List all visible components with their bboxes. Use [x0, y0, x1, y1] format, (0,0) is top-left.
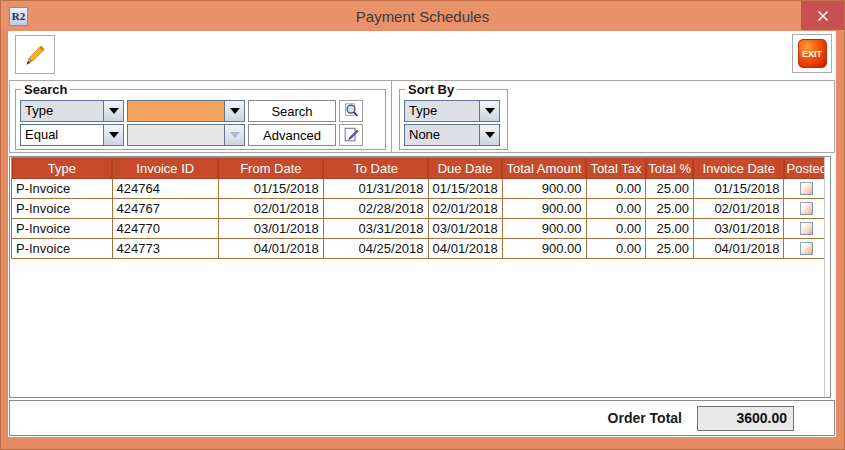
table-cell[interactable]: 25.00: [646, 239, 694, 259]
sortby-group: Sort By Type None: [399, 82, 508, 150]
table-cell[interactable]: 04/01/2018: [428, 239, 502, 259]
table-cell[interactable]: 01/15/2018: [428, 179, 502, 199]
posted-cell[interactable]: [784, 179, 830, 199]
table-cell[interactable]: 25.00: [646, 179, 694, 199]
table-cell[interactable]: 900.00: [502, 239, 586, 259]
titlebar: R2 Payment Schedules: [1, 1, 844, 31]
advanced-button[interactable]: Advanced: [248, 124, 336, 146]
chevron-down-icon[interactable]: [103, 101, 123, 121]
table-cell[interactable]: P-Invoice: [12, 219, 113, 239]
chevron-down-icon[interactable]: [224, 101, 244, 121]
chevron-down-icon[interactable]: [479, 101, 499, 121]
search-operand-value: [128, 125, 224, 145]
posted-checkbox[interactable]: [800, 182, 813, 195]
table-cell[interactable]: 01/31/2018: [323, 179, 428, 199]
table-cell[interactable]: 900.00: [502, 179, 586, 199]
column-header[interactable]: Total Amount: [502, 158, 586, 179]
table-cell[interactable]: 02/28/2018: [323, 199, 428, 219]
posted-checkbox[interactable]: [800, 222, 813, 235]
column-header[interactable]: Posted: [784, 158, 830, 179]
table-cell[interactable]: 03/01/2018: [428, 219, 502, 239]
table-cell[interactable]: 25.00: [646, 219, 694, 239]
table-cell[interactable]: 0.00: [586, 199, 646, 219]
payment-schedule-table-container: TypeInvoice IDFrom DateTo DateDue DateTo…: [9, 156, 831, 398]
document-pen-icon: [342, 126, 360, 144]
sortby-group-label: Sort By: [405, 82, 457, 97]
table-cell[interactable]: 01/15/2018: [693, 179, 783, 199]
chevron-down-icon[interactable]: [479, 125, 499, 145]
table-header-row: TypeInvoice IDFrom DateTo DateDue DateTo…: [12, 158, 830, 179]
table-cell[interactable]: P-Invoice: [12, 199, 113, 219]
close-icon: [817, 10, 829, 22]
sort-secondary-value: None: [405, 125, 479, 145]
posted-cell[interactable]: [784, 199, 830, 219]
table-cell[interactable]: 02/01/2018: [218, 199, 323, 219]
exit-button[interactable]: EXIT: [792, 34, 832, 73]
column-header[interactable]: Total Tax: [586, 158, 646, 179]
table-cell[interactable]: 04/25/2018: [323, 239, 428, 259]
posted-cell[interactable]: [784, 239, 830, 259]
sort-primary-value: Type: [405, 101, 479, 121]
table-cell[interactable]: 25.00: [646, 199, 694, 219]
table-cell[interactable]: 900.00: [502, 199, 586, 219]
payment-schedule-table: TypeInvoice IDFrom DateTo DateDue DateTo…: [11, 157, 830, 259]
sort-secondary-combobox[interactable]: None: [404, 124, 500, 146]
table-scrollbar[interactable]: [824, 157, 830, 397]
window-content: EXIT Search Type Search: [8, 31, 836, 437]
toolbar: EXIT: [8, 31, 836, 79]
table-cell[interactable]: P-Invoice: [12, 239, 113, 259]
sort-primary-combobox[interactable]: Type: [404, 100, 500, 122]
table-row[interactable]: P-Invoice42477003/01/201803/31/201803/01…: [12, 219, 830, 239]
search-group: Search Type Search: [15, 82, 386, 150]
search-group-label: Search: [21, 82, 70, 97]
table-cell[interactable]: 03/01/2018: [693, 219, 783, 239]
column-header[interactable]: Due Date: [428, 158, 502, 179]
table-row[interactable]: P-Invoice42476702/01/201802/28/201802/01…: [12, 199, 830, 219]
search-field-combobox[interactable]: Type: [20, 100, 124, 122]
search-field-value: Type: [21, 101, 103, 121]
posted-checkbox[interactable]: [800, 202, 813, 215]
table-cell[interactable]: 424767: [112, 199, 218, 219]
panel-divider: [391, 81, 392, 152]
magnifier-icon: [342, 102, 360, 120]
posted-checkbox[interactable]: [800, 242, 813, 255]
table-row[interactable]: P-Invoice42477304/01/201804/25/201804/01…: [12, 239, 830, 259]
table-cell[interactable]: 424764: [112, 179, 218, 199]
column-header[interactable]: To Date: [323, 158, 428, 179]
table-cell[interactable]: 02/01/2018: [428, 199, 502, 219]
close-button[interactable]: [801, 1, 844, 30]
search-icon-button[interactable]: [339, 100, 363, 122]
table-cell[interactable]: 03/31/2018: [323, 219, 428, 239]
search-value-field[interactable]: [128, 101, 224, 121]
table-row[interactable]: P-Invoice42476401/15/201801/31/201801/15…: [12, 179, 830, 199]
column-header[interactable]: Total %: [646, 158, 694, 179]
filter-panel: Search Type Search: [9, 80, 835, 153]
table-cell[interactable]: 04/01/2018: [693, 239, 783, 259]
search-operator-value: Equal: [21, 125, 103, 145]
table-cell[interactable]: 04/01/2018: [218, 239, 323, 259]
table-cell[interactable]: 0.00: [586, 179, 646, 199]
table-cell[interactable]: 02/01/2018: [693, 199, 783, 219]
chevron-down-icon: [224, 125, 244, 145]
table-cell[interactable]: 900.00: [502, 219, 586, 239]
table-cell[interactable]: P-Invoice: [12, 179, 113, 199]
search-operand-combobox[interactable]: [127, 124, 245, 146]
table-cell[interactable]: 424770: [112, 219, 218, 239]
search-operator-combobox[interactable]: Equal: [20, 124, 124, 146]
chevron-down-icon[interactable]: [103, 125, 123, 145]
search-value-combobox[interactable]: [127, 100, 245, 122]
table-cell[interactable]: 0.00: [586, 239, 646, 259]
posted-cell[interactable]: [784, 219, 830, 239]
column-header[interactable]: From Date: [218, 158, 323, 179]
table-cell[interactable]: 03/01/2018: [218, 219, 323, 239]
column-header[interactable]: Invoice Date: [693, 158, 783, 179]
order-total-label: Order Total: [608, 410, 682, 426]
table-cell[interactable]: 0.00: [586, 219, 646, 239]
advanced-search-icon-button[interactable]: [339, 124, 363, 146]
search-button[interactable]: Search: [248, 100, 336, 122]
table-cell[interactable]: 01/15/2018: [218, 179, 323, 199]
table-cell[interactable]: 424773: [112, 239, 218, 259]
column-header[interactable]: Type: [12, 158, 113, 179]
column-header[interactable]: Invoice ID: [112, 158, 218, 179]
edit-button[interactable]: [15, 35, 55, 74]
